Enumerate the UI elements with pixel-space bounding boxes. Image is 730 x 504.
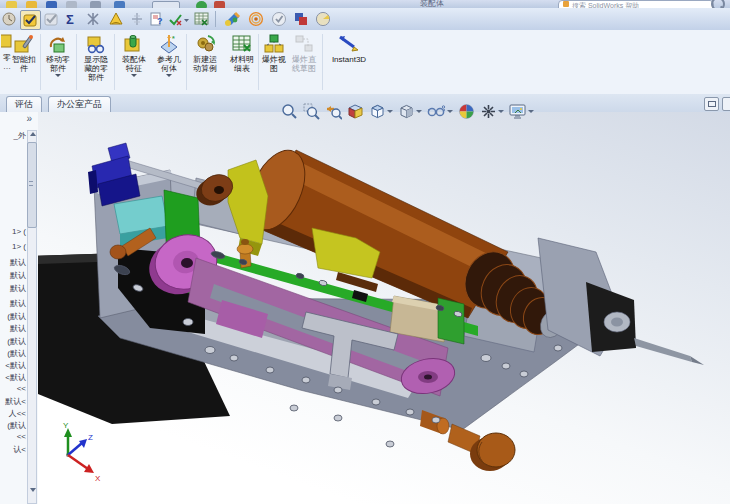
- exploded-view-button[interactable]: 爆炸视 图: [260, 32, 288, 92]
- ribbon-separator: [186, 34, 187, 90]
- tree-item[interactable]: 认<: [13, 444, 26, 455]
- clock-icon[interactable]: [0, 10, 19, 28]
- tree-item[interactable]: <默认: [5, 372, 26, 383]
- tree-item[interactable]: (默认: [7, 420, 26, 431]
- tree-item[interactable]: 默认<: [5, 396, 26, 407]
- equations-sigma-icon[interactable]: Σ: [62, 10, 81, 28]
- dropdown-arrow-icon[interactable]: [55, 74, 61, 77]
- design-table-icon[interactable]: [192, 10, 211, 28]
- ribbon-separator: [76, 34, 77, 90]
- svg-text:?: ?: [157, 16, 163, 26]
- tree-item[interactable]: <<: [17, 384, 26, 393]
- triad-x-label: X: [95, 474, 101, 483]
- tree-item[interactable]: 默认: [10, 257, 26, 268]
- tree-item[interactable]: (默认: [7, 311, 26, 322]
- reference-geometry-button[interactable]: * 参考几 何体: [152, 32, 186, 92]
- tree-item[interactable]: (默认: [7, 336, 26, 347]
- tree-item[interactable]: (默认: [7, 348, 26, 359]
- scroll-down-icon[interactable]: [30, 488, 36, 492]
- restore-window-button[interactable]: [704, 97, 719, 111]
- model-canvas[interactable]: Y Z X: [38, 112, 730, 504]
- assembly-features-button[interactable]: 装配体 特征: [116, 32, 152, 92]
- edit-appearance-icon[interactable]: [222, 10, 241, 28]
- explode-line-sketch-button[interactable]: 爆炸直 线草图: [288, 32, 320, 92]
- interference-detection-icon[interactable]: [84, 10, 103, 28]
- dropdown-arrow-icon[interactable]: [166, 74, 172, 77]
- ribbon-separator: [114, 34, 115, 90]
- svg-text:Σ: Σ: [66, 12, 74, 27]
- alert-cone-icon[interactable]: [106, 10, 125, 28]
- show-hidden-components-button[interactable]: 显示隐 藏的零 部件: [78, 32, 114, 92]
- search-flag-icon: [563, 1, 569, 7]
- tree-item[interactable]: 人<<: [9, 408, 26, 419]
- orientation-triad: Y Z X: [63, 421, 101, 483]
- tree-item[interactable]: 1> (: [12, 242, 26, 251]
- help-document-icon[interactable]: ?: [147, 10, 166, 28]
- verification-check-icon[interactable]: [20, 10, 41, 30]
- svg-text:*: *: [172, 35, 175, 42]
- measure-dropdown-icon[interactable]: [183, 10, 191, 28]
- tools-toolbar: Σ ?: [0, 8, 730, 31]
- ribbon-separator: [322, 34, 323, 90]
- move-component-button[interactable]: 移动零 部件: [42, 32, 74, 92]
- feature-manager-panel: » _外 1> ( 1> ( 默认 默认 默认 默认 (默认 默认 (默认 (默…: [0, 112, 39, 504]
- tree-item[interactable]: <默认: [5, 360, 26, 371]
- render-sphere-icon[interactable]: [313, 10, 332, 28]
- tree-item[interactable]: 默认: [10, 283, 26, 294]
- align-tool-icon[interactable]: [127, 10, 146, 28]
- scroll-up-icon[interactable]: [30, 132, 36, 136]
- tree-item[interactable]: <<: [17, 432, 26, 441]
- tab-office-products[interactable]: 办公室产品: [48, 96, 111, 113]
- smart-fasteners-button[interactable]: 智能扣 件: [8, 32, 40, 92]
- solidworks-window: { "window": { "title_fragment": "装配体", "…: [0, 0, 730, 504]
- bill-of-materials-button[interactable]: 材料明 细表: [225, 32, 259, 92]
- instant3d-button[interactable]: Instant3D: [326, 32, 372, 92]
- new-motion-study-button[interactable]: 新建运 动算例: [188, 32, 222, 92]
- close-window-button-partial[interactable]: [722, 97, 730, 111]
- tree-item[interactable]: 默认: [10, 270, 26, 281]
- toolbar-separator: [215, 11, 216, 27]
- check-circle-icon[interactable]: [269, 10, 288, 28]
- motion-rings-icon[interactable]: [246, 10, 265, 28]
- triad-y-label: Y: [63, 421, 69, 430]
- tab-evaluate[interactable]: 评估: [6, 96, 42, 113]
- command-manager-ribbon: 零 … 智能扣 件 移动零 部件 显示隐 藏的零 部件 装配体 特征 * 参考几…: [0, 30, 730, 95]
- tree-item[interactable]: 1> (: [12, 227, 26, 236]
- ribbon-separator: [40, 34, 41, 90]
- tree-item[interactable]: 默认: [10, 323, 26, 334]
- tree-item[interactable]: 默认: [10, 298, 26, 309]
- dropdown-arrow-icon[interactable]: [131, 74, 137, 77]
- check-disabled-icon[interactable]: [42, 10, 61, 28]
- compare-documents-icon[interactable]: [291, 10, 310, 28]
- triad-z-label: Z: [88, 433, 93, 442]
- tree-scrollbar-thumb[interactable]: [27, 142, 37, 228]
- tree-item[interactable]: _外: [14, 130, 26, 141]
- graphics-viewport[interactable]: Y Z X: [38, 112, 730, 504]
- expand-panel-chevron-icon[interactable]: »: [26, 113, 32, 124]
